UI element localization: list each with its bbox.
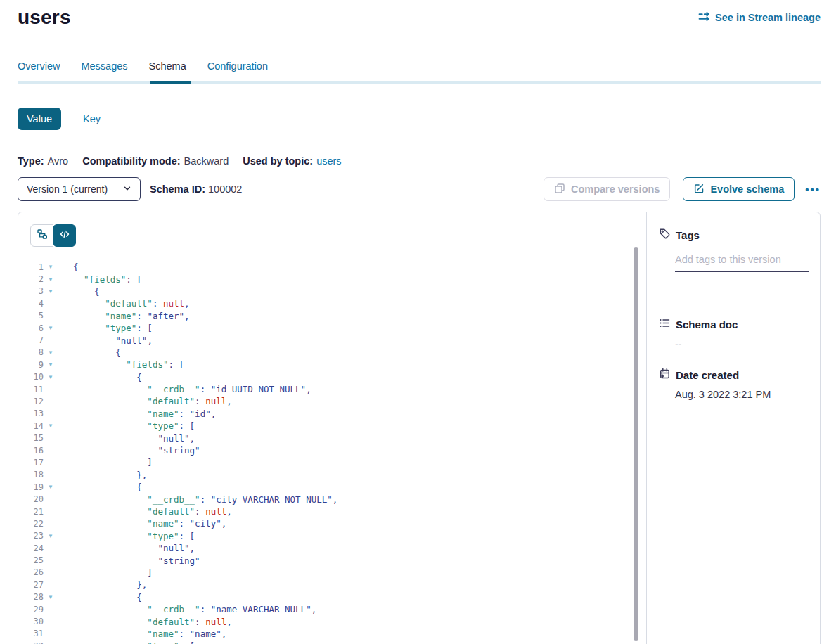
- code-text: "string": [58, 445, 200, 456]
- used-by-topic-label: Used by topic:: [243, 155, 313, 167]
- fold-spacer: [44, 334, 58, 346]
- tree-view-button[interactable]: [30, 224, 53, 247]
- line-number: 27: [18, 580, 44, 590]
- line-number: 24: [18, 543, 44, 553]
- compare-versions-label: Compare versions: [571, 183, 660, 195]
- line-number: 29: [18, 605, 44, 614]
- tab-bar: Overview Messages Schema Configuration: [18, 60, 821, 84]
- version-select[interactable]: Version 1 (current): [18, 177, 141, 201]
- code-line: 1▼{: [18, 261, 646, 273]
- code-line: 18 },: [18, 469, 646, 481]
- fold-toggle-icon[interactable]: ▼: [44, 530, 58, 542]
- code-line: 27 },: [18, 579, 646, 591]
- code-line: 13 "name": "id",: [18, 408, 646, 420]
- code-line: 4 "default": null,: [18, 297, 646, 309]
- compatibility-label: Compatibility mode:: [82, 155, 180, 167]
- list-icon: [659, 317, 671, 331]
- line-number: 12: [18, 397, 44, 406]
- tab-configuration[interactable]: Configuration: [207, 60, 268, 81]
- compare-versions-button[interactable]: Compare versions: [544, 177, 671, 201]
- fold-spacer: [44, 628, 58, 640]
- line-number: 9: [18, 360, 44, 370]
- more-options-button[interactable]: •••: [805, 183, 821, 195]
- code-text: "fields": [: [58, 359, 184, 370]
- fold-spacer: [44, 297, 58, 309]
- tab-messages[interactable]: Messages: [81, 60, 127, 81]
- code-text: {: [58, 592, 142, 603]
- tree-view-icon: [37, 228, 48, 243]
- date-created-section-header: Date created: [659, 368, 809, 382]
- code-text: "__crdb__": "city VARCHAR NOT NULL",: [58, 494, 337, 505]
- line-number: 20: [18, 494, 44, 504]
- value-toggle-button[interactable]: Value: [18, 108, 61, 130]
- fold-spacer: [44, 615, 58, 627]
- tab-overview[interactable]: Overview: [18, 60, 60, 81]
- code-line: 10▼ {: [18, 371, 646, 383]
- line-number: 6: [18, 323, 44, 333]
- code-text: },: [58, 579, 147, 590]
- code-line: 5 "name": "after",: [18, 310, 646, 322]
- evolve-schema-label: Evolve schema: [710, 183, 784, 195]
- stream-lineage-label: See in Stream lineage: [715, 12, 821, 23]
- code-text: "null",: [58, 543, 195, 553]
- editor-view-toggle: [30, 224, 646, 247]
- tags-input[interactable]: [675, 252, 809, 272]
- line-number: 26: [18, 567, 44, 577]
- line-number: 2: [18, 274, 44, 284]
- code-line: 25 "string": [18, 554, 646, 566]
- code-text: "name": "after",: [58, 311, 190, 321]
- evolve-schema-button[interactable]: Evolve schema: [683, 177, 795, 201]
- line-number: 32: [18, 641, 44, 644]
- fold-toggle-icon[interactable]: ▼: [44, 273, 58, 285]
- key-toggle-button[interactable]: Key: [79, 112, 105, 125]
- fold-toggle-icon[interactable]: ▼: [44, 640, 58, 644]
- line-number: 4: [18, 299, 44, 309]
- code-editor-lines: 1▼{2▼ "fields": [3▼ {4 "default": null,5…: [18, 261, 646, 644]
- fold-toggle-icon[interactable]: ▼: [44, 420, 58, 432]
- fold-toggle-icon[interactable]: ▼: [44, 481, 58, 493]
- code-line: 20 "__crdb__": "city VARCHAR NOT NULL",: [18, 493, 646, 505]
- fold-spacer: [44, 505, 58, 517]
- schema-meta-row: Type: Avro Compatibility mode: Backward …: [18, 155, 821, 167]
- used-by-topic-link[interactable]: users: [316, 155, 341, 167]
- line-number: 3: [18, 286, 44, 296]
- fold-toggle-icon[interactable]: ▼: [44, 359, 58, 371]
- see-in-stream-lineage-link[interactable]: See in Stream lineage: [698, 11, 821, 24]
- code-line: 23▼ "type": [: [18, 530, 646, 542]
- page: users See in Stream lineage Overview Mes…: [0, 0, 836, 644]
- fold-toggle-icon[interactable]: ▼: [44, 347, 58, 359]
- schema-part-toggle: Value Key: [18, 108, 821, 130]
- code-text: "null",: [58, 335, 153, 346]
- fold-toggle-icon[interactable]: ▼: [44, 285, 58, 297]
- code-text: {: [58, 372, 142, 382]
- code-line: 12 "default": null,: [18, 395, 646, 407]
- code-text: "default": null,: [58, 298, 190, 309]
- code-text: "type": [: [58, 640, 195, 644]
- sidebar-divider: [659, 285, 809, 285]
- fold-toggle-icon[interactable]: ▼: [44, 261, 58, 273]
- fold-spacer: [44, 432, 58, 444]
- tab-schema[interactable]: Schema: [149, 60, 186, 81]
- fold-spacer: [44, 567, 58, 579]
- fold-toggle-icon[interactable]: ▼: [44, 591, 58, 603]
- fold-spacer: [44, 542, 58, 554]
- date-created-section: Date created Aug. 3 2022 3:21 PM: [659, 368, 809, 400]
- code-text: "__crdb__": "id UUID NOT NULL",: [58, 384, 311, 394]
- code-view-button[interactable]: [53, 224, 76, 247]
- calendar-plus-icon: [659, 368, 671, 382]
- editor-scrollbar[interactable]: [634, 247, 638, 641]
- fold-spacer: [44, 603, 58, 615]
- code-line: 8▼ {: [18, 347, 646, 359]
- schema-editor-panel: 1▼{2▼ "fields": [3▼ {4 "default": null,5…: [18, 212, 646, 644]
- line-number: 10: [18, 372, 44, 382]
- line-number: 1: [18, 262, 44, 272]
- date-created-heading: Date created: [676, 369, 739, 381]
- code-line: 11 "__crdb__": "id UUID NOT NULL",: [18, 383, 646, 395]
- code-line: 28▼ {: [18, 591, 646, 603]
- fold-toggle-icon[interactable]: ▼: [44, 371, 58, 383]
- code-line: 29 "__crdb__": "name VARCHAR NULL",: [18, 603, 646, 615]
- fold-spacer: [44, 395, 58, 407]
- code-line: 2▼ "fields": [: [18, 273, 646, 285]
- fold-toggle-icon[interactable]: ▼: [44, 322, 58, 334]
- schema-id-value: 100002: [208, 183, 242, 195]
